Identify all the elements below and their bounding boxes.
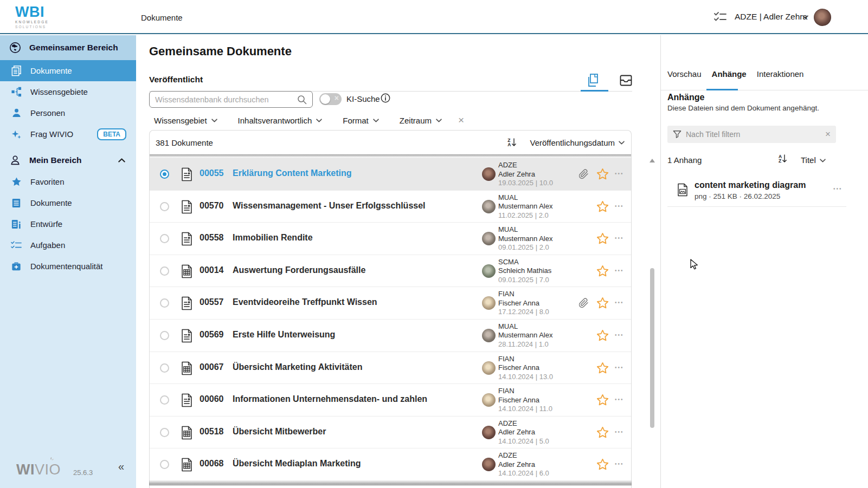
document-title[interactable]: Übersicht Mediaplan Marketing xyxy=(233,459,361,469)
search-input[interactable] xyxy=(150,95,297,104)
chevron-down-icon xyxy=(619,141,625,145)
document-title[interactable]: Auswertung Forderungsausfälle xyxy=(233,265,365,275)
sort-za-icon[interactable]: ZA xyxy=(507,138,516,147)
table-row[interactable]: 00557 Eventvideoreihe Treffpunkt Wissen … xyxy=(150,287,631,319)
row-menu-button[interactable]: ••• xyxy=(615,365,624,370)
info-icon[interactable] xyxy=(381,93,390,103)
row-radio[interactable] xyxy=(160,234,169,243)
row-menu-button[interactable]: ••• xyxy=(615,235,624,241)
paperclip-icon xyxy=(578,298,589,308)
table-row[interactable]: 00060 Informationen Unternehmensdaten- u… xyxy=(150,383,631,416)
table-row[interactable]: 00068 Übersicht Mediaplan Marketing ADZE… xyxy=(150,448,631,480)
favorite-star-icon[interactable] xyxy=(596,232,609,245)
table-row[interactable]: 00570 Wissensmanagement - Unser Erfolgss… xyxy=(150,190,631,223)
table-row[interactable]: 00067 Übersicht Marketing Aktivitäten FI… xyxy=(150,352,631,384)
clear-filter-icon[interactable]: × xyxy=(825,129,831,140)
sidebar-section-my[interactable]: Mein Bereich xyxy=(0,149,136,171)
sidebar-section-shared[interactable]: Gemeinsamer Bereich xyxy=(0,35,136,60)
row-menu-button[interactable]: ••• xyxy=(615,171,624,177)
favorite-star-icon[interactable] xyxy=(596,458,609,471)
document-title[interactable]: Übersicht Marketing Aktivitäten xyxy=(233,362,362,372)
chevron-down-icon[interactable] xyxy=(802,15,808,19)
sidebar-collapse-button[interactable]: « xyxy=(118,460,124,473)
user-avatar[interactable] xyxy=(814,9,831,26)
sidebar-item-favoriten[interactable]: Favoriten xyxy=(0,171,136,192)
sidebar-item-wissensgebiete[interactable]: Wissensgebiete xyxy=(0,81,136,102)
table-row[interactable]: 00055 Erklärung Content Marketing ADZE A… xyxy=(150,158,631,190)
row-radio[interactable] xyxy=(160,331,169,340)
document-id: 00068 xyxy=(200,459,224,469)
first-aid-case-icon xyxy=(10,261,22,272)
clear-filters-icon[interactable]: × xyxy=(458,114,464,126)
attachment-filter-input[interactable] xyxy=(681,130,825,139)
sidebar-item-personen[interactable]: Personen xyxy=(0,102,136,123)
sort-az-icon[interactable]: AZ xyxy=(779,154,787,163)
documents-view-tab-icon[interactable] xyxy=(587,73,600,87)
row-menu-button[interactable]: ••• xyxy=(615,396,624,402)
document-title[interactable]: Erklärung Content Marketing xyxy=(233,168,352,178)
row-radio[interactable] xyxy=(160,266,169,276)
sidebar-item-meine-dokumente[interactable]: Dokumente xyxy=(0,192,136,213)
sort-control[interactable]: ZA Veröffentlichungsdatum xyxy=(507,138,625,147)
document-title[interactable]: Immobilien Rendite xyxy=(233,233,313,243)
table-row[interactable]: 00558 Immobilien Rendite MUAL Mustermann… xyxy=(150,222,631,255)
row-radio[interactable] xyxy=(160,202,169,211)
row-radio[interactable] xyxy=(160,395,169,405)
attachment-filter-box[interactable]: × xyxy=(667,126,836,143)
row-radio[interactable] xyxy=(160,428,169,437)
table-row[interactable]: 00569 Erste Hilfe Unterweisung MUAL Must… xyxy=(150,319,631,352)
sidebar-item-aufgaben[interactable]: Aufgaben xyxy=(0,235,136,256)
sidebar-item-frag-wivio[interactable]: Frag WIVIO BETA xyxy=(0,123,136,145)
document-title[interactable]: Erste Hilfe Unterweisung xyxy=(233,330,335,340)
table-row[interactable]: 00518 Übersicht Mitbewerber ADZE Adler Z… xyxy=(150,416,631,448)
row-menu-button[interactable]: ••• xyxy=(615,461,624,467)
tasks-checklist-icon[interactable] xyxy=(713,11,726,23)
row-menu-button[interactable]: ••• xyxy=(615,332,624,338)
row-radio[interactable] xyxy=(160,298,169,308)
attachment-menu-button[interactable]: ••• xyxy=(833,186,843,192)
favorite-star-icon[interactable] xyxy=(596,393,609,407)
scrollbar-thumb[interactable] xyxy=(650,268,654,428)
favorite-star-icon[interactable] xyxy=(596,296,609,310)
filter-format[interactable]: Format xyxy=(343,116,379,125)
ki-suche-toggle[interactable]: × xyxy=(319,93,342,105)
document-title[interactable]: Übersicht Mitbewerber xyxy=(233,427,326,437)
favorite-star-icon[interactable] xyxy=(596,167,609,181)
archive-view-tab-icon[interactable] xyxy=(620,75,632,86)
document-count: 381 Dokumente xyxy=(156,138,213,147)
document-title[interactable]: Informationen Unternehmensdaten- und zah… xyxy=(233,394,427,404)
attachment-title[interactable]: content marketing diagram xyxy=(695,180,806,190)
chevron-up-icon[interactable] xyxy=(118,158,125,162)
sidebar-item-dokumentenqualitaet[interactable]: Dokumentenqualität xyxy=(0,256,136,277)
search-box[interactable] xyxy=(149,91,313,108)
chevron-down-icon[interactable] xyxy=(820,159,826,162)
sidebar-item-dokumente[interactable]: Dokumente xyxy=(0,60,136,81)
row-menu-button[interactable]: ••• xyxy=(615,429,624,435)
favorite-star-icon[interactable] xyxy=(596,426,609,439)
row-menu-button[interactable]: ••• xyxy=(615,203,624,209)
row-radio[interactable] xyxy=(160,363,169,373)
filter-inhaltsverantwortlich[interactable]: Inhaltsverantwortlich xyxy=(238,116,323,125)
filter-zeitraum[interactable]: Zeitraum xyxy=(400,116,442,125)
row-radio[interactable] xyxy=(160,460,169,469)
document-title[interactable]: Eventvideoreihe Treffpunkt Wissen xyxy=(233,297,377,307)
attachment-sort-field[interactable]: Titel xyxy=(801,155,816,165)
tab-anhaenge[interactable]: Anhänge xyxy=(712,69,747,83)
document-title[interactable]: Wissensmanagement - Unser Erfolgsschlüss… xyxy=(233,201,426,211)
filter-wissensgebiet[interactable]: Wissensgebiet xyxy=(154,116,217,125)
row-radio[interactable] xyxy=(160,170,169,179)
document-icon xyxy=(181,167,192,181)
sidebar-item-entwuerfe[interactable]: Entwürfe xyxy=(0,213,136,235)
favorite-star-icon[interactable] xyxy=(596,361,609,375)
user-menu[interactable]: ADZE | Adler Zehra xyxy=(735,12,807,22)
tab-interaktionen[interactable]: Interaktionen xyxy=(757,69,804,83)
row-menu-button[interactable]: ••• xyxy=(615,268,624,274)
favorite-star-icon[interactable] xyxy=(596,264,609,278)
scrollbar-up-arrow[interactable] xyxy=(650,159,655,162)
row-menu-button[interactable]: ••• xyxy=(615,300,624,305)
favorite-star-icon[interactable] xyxy=(596,200,609,213)
table-row[interactable]: 00014 Auswertung Forderungsausfälle SCMA… xyxy=(150,255,631,287)
tab-vorschau[interactable]: Vorschau xyxy=(667,69,702,83)
sort-field-label[interactable]: Veröffentlichungsdatum xyxy=(530,138,615,147)
favorite-star-icon[interactable] xyxy=(596,329,609,342)
